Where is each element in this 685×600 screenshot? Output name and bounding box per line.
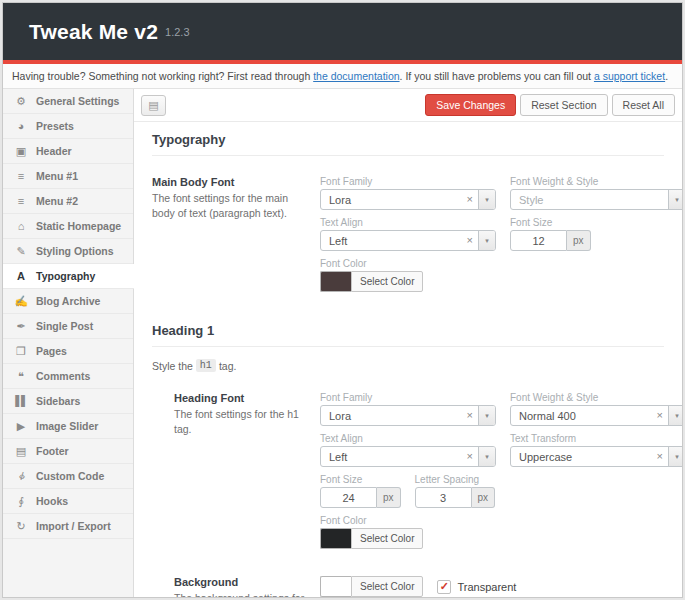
font-weight-select[interactable]: Style ▾ — [510, 189, 682, 210]
chevron-down-icon[interactable]: ▾ — [668, 406, 682, 425]
font-weight-select[interactable]: Normal 400 × ▾ — [510, 405, 682, 426]
settings-main: ▤ Save Changes Reset Section Reset All T… — [134, 89, 682, 597]
sidebar-item-label: General Settings — [36, 95, 119, 107]
select-value: Normal 400 — [511, 410, 652, 422]
sidebar-item-menu-2[interactable]: ≡ Menu #2 — [3, 189, 133, 214]
gear-icon: ⚙ — [14, 95, 28, 108]
select-color-button[interactable]: Select Color — [351, 271, 423, 292]
sidebar-item-import-export[interactable]: ↻ Import / Export — [3, 514, 133, 539]
sidebar-item-presets[interactable]: ◕ Presets — [3, 114, 133, 139]
background-color-control: Select Color — [320, 576, 423, 597]
sidebar-item-static-homepage[interactable]: ⌂ Static Homepage — [3, 214, 133, 239]
select-value: Left — [321, 451, 462, 463]
sidebar-item-footer[interactable]: ▤ Footer — [3, 439, 133, 464]
color-swatch — [320, 271, 351, 292]
menu-icon: ≡ — [14, 170, 28, 182]
typography-icon: A — [14, 270, 28, 282]
field-label: Font Family — [320, 176, 496, 187]
chevron-down-icon[interactable]: ▾ — [668, 447, 682, 466]
letter-spacing-field: Letter Spacing px — [415, 474, 496, 508]
chevron-down-icon[interactable]: ▾ — [478, 190, 495, 209]
chevron-down-icon[interactable]: ▾ — [478, 406, 495, 425]
clear-icon[interactable]: × — [462, 194, 478, 205]
field-block-description: The background settings for the heading. — [174, 591, 308, 597]
font-color-control: Select Color — [320, 271, 423, 292]
sidebar-item-typography[interactable]: A Typography — [3, 264, 134, 289]
color-swatch — [320, 576, 351, 597]
reset-all-button[interactable]: Reset All — [612, 94, 675, 116]
clear-icon[interactable]: × — [652, 410, 668, 421]
heading-font-info: Heading Font The font settings for the h… — [174, 392, 320, 556]
clear-icon[interactable]: × — [462, 235, 478, 246]
documentation-link[interactable]: the documentation — [313, 70, 399, 82]
footer-icon: ▤ — [14, 445, 28, 458]
reset-section-button[interactable]: Reset Section — [520, 94, 607, 116]
clear-icon[interactable]: × — [462, 451, 478, 462]
sidebar-item-styling-options[interactable]: ✎ Styling Options — [3, 239, 133, 264]
transparent-label: Transparent — [457, 581, 516, 593]
select-value: Left — [321, 235, 462, 247]
plugin-settings-page: Tweak Me v2 1.2.3 Having trouble? Someth… — [2, 2, 683, 598]
sidebar-item-image-slider[interactable]: ▶ Image Slider — [3, 414, 133, 439]
sidebar-item-label: Footer — [36, 445, 69, 457]
sidebar-item-header[interactable]: ▣ Header — [3, 139, 133, 164]
letter-spacing-input[interactable] — [415, 487, 472, 508]
select-color-button[interactable]: Select Color — [351, 576, 423, 597]
font-size-field: Font Size px — [510, 217, 591, 251]
h1-code-chip: h1 — [196, 359, 216, 372]
clear-icon[interactable]: × — [462, 410, 478, 421]
sidebar-item-sidebars[interactable]: ▌▌ Sidebars — [3, 389, 133, 414]
text-align-field: Text Align Left × ▾ — [320, 433, 496, 467]
chevron-down-icon[interactable]: ▾ — [668, 190, 682, 209]
field-label: Font Weight & Style — [510, 176, 682, 187]
sidebar-item-pages[interactable]: ❐ Pages — [3, 339, 133, 364]
select-color-button[interactable]: Select Color — [351, 528, 423, 549]
background-info: Background The background settings for t… — [174, 576, 320, 597]
sidebar-item-single-post[interactable]: ✒ Single Post — [3, 314, 133, 339]
intro-text: tag. — [219, 360, 237, 372]
transparent-checkbox[interactable]: ✓ — [437, 580, 451, 594]
font-family-field: Font Family Lora × ▾ — [320, 392, 496, 426]
menu-toggle-button[interactable]: ▤ — [141, 95, 166, 116]
chevron-down-icon[interactable]: ▾ — [478, 231, 495, 250]
pages-icon: ❐ — [14, 345, 28, 358]
chevron-down-icon[interactable]: ▾ — [478, 447, 495, 466]
sidebar-item-label: Image Slider — [36, 420, 98, 432]
app-title: Tweak Me v2 — [29, 20, 158, 44]
text-transform-select[interactable]: Uppercase × ▾ — [510, 446, 682, 467]
sidebar-item-label: Hooks — [36, 495, 68, 507]
font-family-select[interactable]: Lora × ▾ — [320, 405, 496, 426]
sidebar-item-comments[interactable]: ❝ Comments — [3, 364, 133, 389]
heading-font-block: Heading Font The font settings for the h… — [174, 392, 664, 556]
select-value: Lora — [321, 410, 462, 422]
clear-icon[interactable]: × — [652, 451, 668, 462]
font-color-field: Font Color Select Color — [320, 515, 423, 549]
support-ticket-link[interactable]: a support ticket — [594, 70, 665, 82]
font-size-input[interactable] — [320, 487, 377, 508]
sidebar-item-menu-1[interactable]: ≡ Menu #1 — [3, 164, 133, 189]
pushpin-icon: ✒ — [14, 320, 28, 333]
field-block-title: Main Body Font — [152, 176, 308, 188]
font-family-select[interactable]: Lora × ▾ — [320, 189, 496, 210]
help-notice: Having trouble? Something not working ri… — [3, 64, 682, 89]
header-icon: ▣ — [14, 145, 28, 158]
sidebar-item-custom-code[interactable]: ‹/› Custom Code — [3, 464, 133, 489]
comments-icon: ❝ — [14, 370, 28, 383]
field-block-title: Heading Font — [174, 392, 308, 404]
text-align-select[interactable]: Left × ▾ — [320, 230, 496, 251]
home-icon: ⌂ — [14, 220, 28, 232]
field-label: Font Weight & Style — [510, 392, 682, 403]
field-block-description: The font settings for the main body of t… — [152, 191, 308, 221]
app-header: Tweak Me v2 1.2.3 — [3, 3, 682, 64]
sidebar-item-hooks[interactable]: ∮ Hooks — [3, 489, 133, 514]
sidebar-item-general-settings[interactable]: ⚙ General Settings — [3, 89, 133, 114]
sidebar-item-blog-archive[interactable]: ✍ Blog Archive — [3, 289, 133, 314]
select-placeholder: Style — [511, 194, 668, 206]
font-size-input[interactable] — [510, 230, 567, 251]
sidebar-item-label: Sidebars — [36, 395, 80, 407]
field-label: Letter Spacing — [415, 474, 496, 485]
text-align-select[interactable]: Left × ▾ — [320, 446, 496, 467]
sidebar-item-label: Menu #1 — [36, 170, 78, 182]
save-changes-button[interactable]: Save Changes — [425, 94, 516, 116]
page-body: ⚙ General Settings ◕ Presets ▣ Header ≡ … — [3, 89, 682, 597]
